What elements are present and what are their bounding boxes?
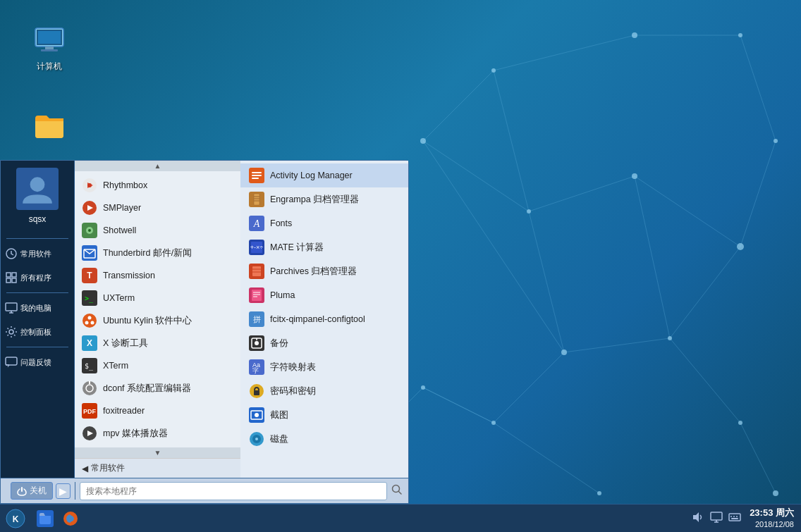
right-item-parchives[interactable]: Parchives 归档管理器 (240, 259, 408, 283)
taskbar-start-button[interactable]: K (0, 505, 31, 532)
sidebar-item-my-computer[interactable]: 我的电脑 (1, 296, 74, 320)
svg-rect-45 (6, 273, 11, 277)
search-input[interactable] (80, 482, 387, 500)
svg-point-71 (91, 321, 94, 325)
svg-point-32 (738, 421, 742, 425)
svg-line-3 (670, 247, 740, 338)
shotwell-icon (82, 223, 97, 238)
right-item-fcitx-label: fcitx-qimpanel-configtool (270, 314, 365, 324)
svg-point-43 (30, 177, 45, 192)
activity-log-icon (249, 168, 264, 183)
gear-icon (5, 326, 18, 338)
svg-point-30 (774, 139, 778, 143)
charmap-icon: Aa 字 (249, 359, 264, 375)
app-label-transmission: Transmission (103, 271, 155, 280)
right-item-disks[interactable]: 磁盘 (240, 427, 408, 451)
sidebar-item-control-panel[interactable]: 控制面板 (1, 320, 74, 344)
right-panel: Activity Log Manager Engrampa 归档管理器 (240, 161, 408, 478)
taskbar-right: 23:53 周六 2018/12/08 (685, 507, 801, 529)
backup-icon (249, 335, 264, 351)
right-item-passwords[interactable]: 密码和密钥 (240, 379, 408, 403)
back-nav-label: 常用软件 (91, 462, 125, 474)
right-item-charmap[interactable]: Aa 字 字符映射表 (240, 355, 408, 379)
search-bar: 关机 ▶ (1, 478, 408, 503)
app-label-uxterm: UXTerm (103, 293, 135, 303)
xterm-icon: $_ (82, 358, 97, 373)
right-item-activity-log[interactable]: Activity Log Manager (240, 163, 408, 187)
display-icon[interactable] (710, 511, 723, 526)
svg-text:字: 字 (252, 367, 259, 374)
sidebar-item-feedback[interactable]: 问题反馈 (1, 350, 74, 374)
app-label-shotwell: Shotwell (103, 225, 136, 235)
svg-rect-119 (254, 390, 259, 395)
right-item-mate-calc[interactable]: +-×÷ MATE 计算器 (240, 235, 408, 259)
power-button[interactable]: 关机 (11, 482, 53, 500)
app-item-foxitreader[interactable]: PDF foxitreader (75, 400, 240, 422)
foxitreader-icon: PDF (82, 403, 97, 419)
folder-icon-image (32, 109, 66, 142)
desktop: 计算机 sqsx (0, 0, 801, 532)
taskbar-date: 2018/12/08 (750, 519, 794, 529)
svg-text:PDF: PDF (83, 408, 97, 415)
right-item-fonts[interactable]: A Fonts (240, 211, 408, 235)
app-label-xterm: XTerm (103, 361, 128, 371)
right-item-pluma[interactable]: Pluma (240, 283, 408, 307)
app-item-rhythmbox[interactable]: Rhythmbox (75, 174, 240, 197)
app-item-dconf[interactable]: dconf 系统配置编辑器 (75, 377, 240, 400)
app-item-shotwell[interactable]: Shotwell (75, 219, 240, 242)
search-icon[interactable] (391, 484, 403, 498)
app-label-mpv: mpv 媒体播放器 (103, 428, 168, 440)
right-item-fonts-label: Fonts (270, 218, 292, 228)
back-arrow-icon: ◀ (82, 464, 88, 474)
svg-line-20 (423, 388, 494, 423)
svg-line-127 (399, 491, 402, 494)
fcitx-icon: 拼 (249, 311, 264, 327)
sidebar-item-frequent[interactable]: 常用软件 (1, 242, 74, 266)
svg-rect-137 (729, 514, 740, 521)
app-item-transmission[interactable]: T Transmission (75, 264, 240, 287)
app-item-x-diag[interactable]: X X 诊断工具 (75, 332, 240, 354)
keyboard-icon[interactable] (728, 511, 741, 526)
dconf-icon (82, 381, 97, 396)
svg-line-2 (635, 176, 740, 247)
power-area: 关机 ▶ (6, 482, 75, 500)
parchives-icon (249, 264, 264, 279)
svg-point-61 (88, 229, 91, 232)
scroll-down-arrow[interactable]: ▼ (75, 447, 240, 458)
files-icon (37, 510, 54, 527)
right-item-screenshot[interactable]: 截图 (240, 403, 408, 427)
back-nav[interactable]: ◀ 常用软件 (75, 458, 240, 478)
app-item-uxterm[interactable]: >_ UXTerm (75, 287, 240, 309)
svg-point-52 (9, 330, 13, 334)
taskbar-app-files[interactable] (34, 507, 56, 530)
app-item-xterm[interactable]: $_ XTerm (75, 354, 240, 377)
sidebar-item-all-programs[interactable]: 所有程序 (1, 266, 74, 290)
volume-icon[interactable] (692, 511, 704, 526)
svg-point-23 (632, 173, 637, 179)
svg-rect-91 (254, 194, 259, 205)
app-label-foxitreader: foxitreader (103, 406, 145, 416)
desktop-icon-computer[interactable]: 计算机 (21, 21, 78, 75)
svg-rect-46 (12, 273, 16, 277)
svg-rect-47 (6, 278, 11, 283)
right-item-fcitx[interactable]: 拼 fcitx-qimpanel-configtool (240, 307, 408, 331)
app-item-mpv[interactable]: mpv 媒体播放器 (75, 422, 240, 445)
sidebar-item-frequent-label: 常用软件 (20, 249, 51, 259)
right-item-backup[interactable]: 备份 (240, 331, 408, 355)
app-item-ubuntu-kylin[interactable]: Ubuntu Kylin 软件中心 (75, 309, 240, 332)
right-item-engrampa[interactable]: Engrampa 归档管理器 (240, 187, 408, 211)
engrampa-icon (249, 192, 264, 207)
right-item-pluma-label: Pluma (270, 290, 295, 300)
desktop-icon-folder[interactable] (21, 106, 78, 148)
app-item-thunderbird[interactable]: Thunderbird 邮件/新闻 (75, 242, 240, 264)
svg-line-0 (423, 141, 529, 211)
sidebar-divider-1 (6, 238, 68, 239)
svg-rect-49 (6, 303, 17, 311)
app-item-smplayer[interactable]: SMPlayer (75, 197, 240, 219)
taskbar-app-firefox[interactable] (59, 507, 82, 530)
scroll-up-arrow[interactable]: ▲ (75, 161, 240, 171)
thunderbird-icon (82, 245, 97, 261)
uxterm-icon: >_ (82, 290, 97, 306)
power-arrow-btn[interactable]: ▶ (56, 483, 71, 499)
svg-point-56 (87, 183, 92, 187)
